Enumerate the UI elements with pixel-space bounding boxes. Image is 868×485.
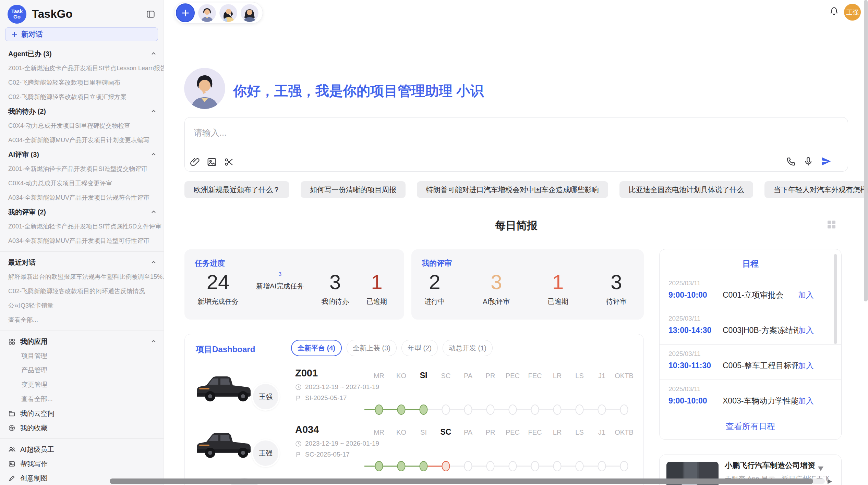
sidebar-section-recent[interactable]: 最近对话 <box>0 255 164 270</box>
layout-grid-icon[interactable] <box>827 220 836 229</box>
notification-bell-icon[interactable] <box>829 6 839 16</box>
sidebar-item[interactable]: C02-飞腾新能源轻客改款项目里程碑画布 <box>0 75 164 90</box>
app-item-change-mgmt[interactable]: 变更管理 <box>0 377 164 392</box>
flag-icon <box>295 395 302 401</box>
schedule-time: 9:00-10:00 <box>668 290 723 300</box>
recent-chat-item[interactable]: 公司Q3轻卡销量 <box>0 298 164 313</box>
chat-input[interactable] <box>193 125 707 140</box>
scroll-down-arrow-icon[interactable] <box>818 467 823 471</box>
horizontal-scrollbar-thumb[interactable] <box>110 478 813 484</box>
recent-chat-item[interactable]: C02-飞腾新能源轻客改款项目的闭环通告反馈情况 <box>0 284 164 298</box>
project-owner-badge: 王强 <box>252 439 280 467</box>
agent-avatar-2[interactable] <box>219 4 237 22</box>
clock-icon <box>295 384 302 390</box>
project-car-image <box>192 423 261 465</box>
sidebar-item[interactable]: Z001-全新燃油皮卡产品开发项目SI节点Lesson Learn报告 <box>0 61 164 75</box>
image-icon[interactable] <box>207 157 217 167</box>
chat-composer <box>184 117 848 172</box>
suggestion-chip[interactable]: 比亚迪全固态电池计划具体说了什么 <box>619 181 753 198</box>
view-all-schedule-link[interactable]: 查看所有日程 <box>660 421 841 432</box>
sidebar-section-my-todo[interactable]: 我的待办 (2) <box>0 104 164 119</box>
sidebar-item[interactable]: C0X4-动力总成开发项目SI里程碑提交物检查 <box>0 119 164 133</box>
suggestion-chip[interactable]: 当下年轻人对汽车外观有怎样的喜好趋势 <box>764 181 868 198</box>
my-review-card: 我的评审 2 进行中 3 AI预评审 1 已逾期 3 待评审 <box>411 249 644 320</box>
apps-view-all[interactable]: 查看全部... <box>0 392 164 406</box>
filter-powertrain[interactable]: 动总开发 (1) <box>443 340 493 356</box>
task-progress-card: 任务进度 24 新增完成任务 3 新增AI完成任务 3 我的待办 1 已逾期 <box>184 249 404 320</box>
app-root: Task Go TaskGo 新对话 Agent已办 (3) Z001-全新燃油… <box>0 0 868 485</box>
sidebar-item-cloud-space[interactable]: 我的云空间 <box>0 406 164 421</box>
apps-grid-icon <box>8 338 15 345</box>
sidebar-item[interactable]: C0X4-动力总成开发项目工程变更评审 <box>0 176 164 190</box>
join-link[interactable]: 加入 <box>798 290 814 300</box>
sidebar-item[interactable]: A034-全新新能源MUV产品开发项目计划变更表编写 <box>0 133 164 147</box>
new-chat-button[interactable]: 新对话 <box>5 27 158 41</box>
project-code: A034 <box>295 424 319 435</box>
sidebar-item[interactable]: Z001-全新燃油轻卡产品开发项目SI造型提交物评审 <box>0 162 164 176</box>
sidebar-item[interactable]: Z001-全新燃油轻卡产品开发项目SI节点属性5D文件评审 <box>0 219 164 234</box>
agent-avatar-1[interactable] <box>198 4 216 22</box>
divider <box>0 331 164 331</box>
plus-icon <box>181 8 190 18</box>
recent-chat-item[interactable]: 解释最新出台的欧盟报废车法规再生塑料比例被调至15%... <box>0 270 164 284</box>
vertical-scrollbar-thumb[interactable] <box>864 0 868 301</box>
schedule-list: 2025/03/11 9:00-10:00 C001-立项审批会 加入 2025… <box>660 274 841 415</box>
scissors-icon[interactable] <box>224 157 234 167</box>
app-item-product-mgmt[interactable]: 产品管理 <box>0 363 164 377</box>
filter-model-year[interactable]: 年型 (2) <box>401 340 438 356</box>
recent-view-all[interactable]: 查看全部... <box>0 313 164 327</box>
flag-icon <box>295 451 302 458</box>
suggestion-chip[interactable]: 特朗普可能对进口汽车增税会对中国车企造成哪些影响 <box>417 181 608 198</box>
schedule-item[interactable]: 2025/03/11 9:00-10:00 X003-车辆动力学性能验... 加… <box>660 380 841 415</box>
project-row-z001[interactable]: 王强 Z001 2023-12-19 ~ 2027-01-19 SI-2025-… <box>185 363 643 420</box>
schedule-item[interactable]: 2025/03/11 10:30-11:30 C005-整车工程目标评审 加入 <box>660 345 841 380</box>
send-icon[interactable] <box>820 156 832 167</box>
sidebar-section-ai-review[interactable]: AI评审 (3) <box>0 147 164 162</box>
filter-new-platform[interactable]: 全新平台 (4) <box>291 340 342 356</box>
phone-icon[interactable] <box>786 156 796 166</box>
sidebar-section-my-apps[interactable]: 我的应用 <box>0 334 164 349</box>
filter-new-body[interactable]: 全新上装 (3) <box>347 340 397 356</box>
chevron-up-icon <box>150 108 157 114</box>
schedule-date: 2025/03/11 <box>668 315 832 322</box>
sidebar-item[interactable]: C02-飞腾新能源轻客改款项目立项汇报方案 <box>0 90 164 104</box>
my-review-title: 我的评审 <box>422 258 631 269</box>
join-link[interactable]: 加入 <box>798 360 814 371</box>
sidebar: Task Go TaskGo 新对话 Agent已办 (3) Z001-全新燃油… <box>0 0 164 485</box>
sidebar-item[interactable]: A034-全新新能源MUV产品开发项目造型可行性评审 <box>0 234 164 248</box>
app-title: TaskGo <box>32 8 146 21</box>
sidebar-section-agent-done[interactable]: Agent已办 (3) <box>0 47 164 61</box>
sidebar-item[interactable]: A034-全新新能源MUV产品开发项目法规符合性评审 <box>0 190 164 205</box>
suggestion-chip[interactable]: 如何写一份清晰的项目周报 <box>301 181 406 198</box>
sidebar-item-favorites[interactable]: 我的收藏 <box>0 421 164 435</box>
microphone-icon[interactable] <box>803 156 813 166</box>
project-row-a034[interactable]: 王强 A034 2023-12-19 ~ 2026-01-19 SC-2025-… <box>185 420 643 476</box>
sidebar-item-ai-super-staff[interactable]: AI超级员工 <box>0 442 164 457</box>
dashboard-filters: 全新平台 (4) 全新上装 (3) 年型 (2) 动总开发 (1) <box>291 340 493 356</box>
attachment-icon[interactable] <box>190 157 200 167</box>
schedule-item[interactable]: 2025/03/11 9:00-10:00 C001-立项审批会 加入 <box>660 274 841 309</box>
milestone-labels: MRKOSISCPAPRPECFECLRLSJ1OKTB <box>368 371 635 380</box>
join-link[interactable]: 加入 <box>798 325 814 336</box>
app-item-project-mgmt[interactable]: 项目管理 <box>0 349 164 363</box>
divider <box>0 251 164 252</box>
join-link[interactable]: 加入 <box>798 396 814 406</box>
sidebar-section-my-review[interactable]: 我的评审 (2) <box>0 205 164 219</box>
schedule-title: 日程 <box>660 258 841 269</box>
horizontal-scrollbar-track[interactable] <box>110 478 825 484</box>
project-flag-date: SI-2025-05-17 <box>295 394 347 402</box>
scroll-right-arrow-icon[interactable] <box>828 479 832 484</box>
agent-avatar-3[interactable] <box>241 4 258 22</box>
schedule-name: C001-立项审批会 <box>723 290 798 300</box>
stat-ai-pre-review: 3 AI预评审 <box>483 271 510 306</box>
sidebar-collapse-icon[interactable] <box>146 10 155 19</box>
app-logo: Task Go <box>8 5 26 24</box>
suggestion-chip[interactable]: 欧洲新规最近颁布了什么？ <box>184 181 289 198</box>
schedule-scrollbar[interactable] <box>834 254 837 344</box>
add-agent-button[interactable] <box>176 3 195 22</box>
sidebar-item-help-me-write[interactable]: 帮我写作 <box>0 457 164 471</box>
chevron-up-icon <box>150 338 157 345</box>
user-avatar[interactable]: 王强 <box>844 4 861 21</box>
schedule-time: 10:30-11:30 <box>668 361 723 370</box>
schedule-item[interactable]: 2025/03/11 13:00-14:30 C003|H0B-方案冻结评审 加… <box>660 309 841 345</box>
